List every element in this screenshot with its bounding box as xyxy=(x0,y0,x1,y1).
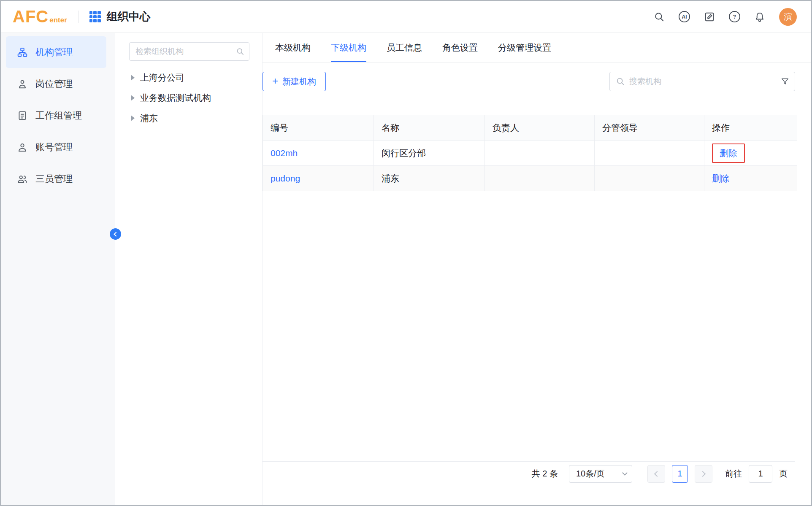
org-table: 编号 名称 负责人 分管领导 操作 002mh 闵行区分部 xyxy=(263,115,797,191)
plus-icon: + xyxy=(272,76,278,86)
tree-item[interactable]: 浦东 xyxy=(115,108,262,128)
goto-page-input[interactable] xyxy=(749,465,772,483)
org-code-link[interactable]: 002mh xyxy=(271,148,298,158)
org-owner-cell xyxy=(485,166,595,191)
collapse-panel-button[interactable] xyxy=(110,228,121,240)
sidebar-item-three-admins[interactable]: 三员管理 xyxy=(6,163,106,195)
clipboard-icon xyxy=(17,110,28,121)
help-icon[interactable]: ? xyxy=(729,11,740,22)
page-size-value: 10条/页 xyxy=(576,468,605,479)
column-header-actions: 操作 xyxy=(704,115,797,141)
search-icon[interactable] xyxy=(653,11,665,23)
org-owner-cell xyxy=(485,141,595,166)
search-icon xyxy=(616,77,625,86)
table-header-row: 编号 名称 负责人 分管领导 操作 xyxy=(263,115,797,141)
org-search-box xyxy=(609,72,795,91)
sidebar-item-org-management[interactable]: 机构管理 xyxy=(6,36,106,68)
sidebar: 机构管理 岗位管理 工作组管理 账号管理 xyxy=(1,33,115,505)
sidebar-item-label: 机构管理 xyxy=(35,46,73,59)
org-code-link[interactable]: pudong xyxy=(271,173,300,183)
column-header-owner: 负责人 xyxy=(485,115,595,141)
org-leader-cell xyxy=(595,166,704,191)
sidebar-item-position-management[interactable]: 岗位管理 xyxy=(6,68,106,100)
chevron-left-icon xyxy=(654,471,660,476)
page-size-select[interactable]: 10条/页 xyxy=(569,465,632,483)
column-header-name: 名称 xyxy=(374,115,485,141)
tab-current-org[interactable]: 本级机构 xyxy=(275,33,311,62)
tree-search-input[interactable] xyxy=(129,42,249,61)
search-icon xyxy=(236,47,244,56)
new-org-button-label: 新建机构 xyxy=(282,76,316,87)
body: 机构管理 岗位管理 工作组管理 账号管理 xyxy=(1,33,811,505)
goto-label: 前往 xyxy=(725,468,742,479)
current-page-button[interactable]: 1 xyxy=(672,465,688,483)
app-grid-icon xyxy=(89,11,101,22)
bell-icon[interactable] xyxy=(754,11,766,23)
next-page-button[interactable] xyxy=(695,465,712,483)
org-chart-icon xyxy=(17,47,28,58)
sidebar-item-label: 三员管理 xyxy=(35,173,73,185)
people-icon xyxy=(17,173,28,184)
logo: AFC enter xyxy=(13,7,67,26)
main-content: 本级机构 下级机构 员工信息 角色设置 分级管理设置 + 新建机构 xyxy=(262,33,811,505)
sidebar-item-label: 工作组管理 xyxy=(35,109,82,122)
logo-text-main: AFC xyxy=(13,7,49,26)
header-actions: AI ? 演 xyxy=(653,8,797,26)
filter-icon[interactable] xyxy=(780,77,790,86)
tab-role-settings[interactable]: 角色设置 xyxy=(442,33,478,62)
org-leader-cell xyxy=(595,141,704,166)
tab-sub-org[interactable]: 下级机构 xyxy=(331,33,366,62)
chevron-right-icon xyxy=(700,471,706,476)
table-row: 002mh 闵行区分部 删除 xyxy=(263,141,797,166)
badge-person-icon xyxy=(17,78,28,89)
tree-item-label[interactable]: 业务数据测试机构 xyxy=(140,92,211,104)
tab-bar: 本级机构 下级机构 员工信息 角色设置 分级管理设置 xyxy=(263,33,811,62)
app-window: AFC enter 组织中心 AI ? 演 xyxy=(0,0,812,506)
header-divider xyxy=(78,11,78,23)
annotation-highlight-box: 删除 xyxy=(712,143,745,163)
total-count: 共 2 条 xyxy=(532,468,558,479)
sidebar-item-account-management[interactable]: 账号管理 xyxy=(6,131,106,163)
prev-page-button[interactable] xyxy=(647,465,665,483)
app-title: 组织中心 xyxy=(107,9,151,24)
tab-employee-info[interactable]: 员工信息 xyxy=(387,33,422,62)
chevron-right-icon[interactable] xyxy=(131,115,135,121)
table-row: pudong 浦东 删除 xyxy=(263,166,797,191)
page-unit-label: 页 xyxy=(779,468,788,479)
top-header: AFC enter 组织中心 AI ? 演 xyxy=(1,1,811,33)
person-icon xyxy=(17,142,28,153)
tree-item[interactable]: 业务数据测试机构 xyxy=(115,88,262,108)
sidebar-item-label: 账号管理 xyxy=(35,141,73,154)
toolbar: + 新建机构 xyxy=(263,72,795,91)
chevron-right-icon[interactable] xyxy=(131,75,135,81)
tab-hierarchy-settings[interactable]: 分级管理设置 xyxy=(498,33,551,62)
ai-assistant-icon[interactable]: AI xyxy=(679,11,690,22)
tree-item[interactable]: 上海分公司 xyxy=(115,68,262,88)
sidebar-item-label: 岗位管理 xyxy=(35,78,73,90)
column-header-leader: 分管领导 xyxy=(595,115,704,141)
tree-search xyxy=(129,42,249,61)
avatar[interactable]: 演 xyxy=(779,8,797,26)
org-tree-panel: 上海分公司 业务数据测试机构 浦东 xyxy=(115,33,262,505)
logo-text-suffix: enter xyxy=(49,16,67,24)
tree-item-label[interactable]: 上海分公司 xyxy=(140,72,184,84)
chevron-left-icon xyxy=(114,232,118,236)
compose-icon[interactable] xyxy=(704,11,715,23)
content-spacer xyxy=(263,191,795,461)
org-name-cell: 浦东 xyxy=(374,166,485,191)
chevron-right-icon[interactable] xyxy=(131,95,135,101)
delete-link[interactable]: 删除 xyxy=(720,148,737,158)
org-name-cell: 闵行区分部 xyxy=(374,141,485,166)
tree-item-label[interactable]: 浦东 xyxy=(140,112,158,124)
new-org-button[interactable]: + 新建机构 xyxy=(263,72,326,91)
sidebar-item-workgroup-management[interactable]: 工作组管理 xyxy=(6,100,106,131)
tab-panel-sub-org: + 新建机构 xyxy=(263,62,811,505)
column-header-code: 编号 xyxy=(263,115,374,141)
org-search-input[interactable] xyxy=(629,77,775,86)
delete-link[interactable]: 删除 xyxy=(712,173,730,183)
chevron-down-icon xyxy=(622,470,628,476)
pagination-bar: 共 2 条 10条/页 1 前往 页 xyxy=(263,461,795,486)
